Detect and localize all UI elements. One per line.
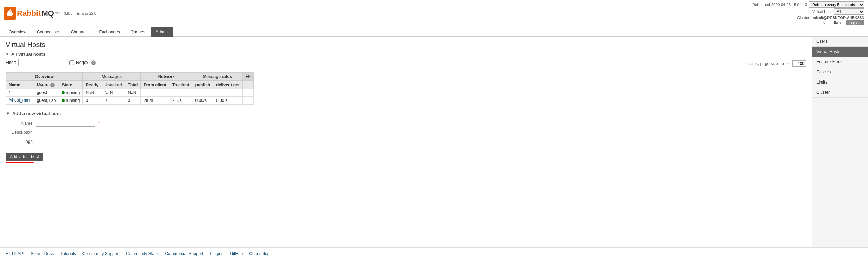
user-label: User (821, 21, 829, 25)
main-layout: Virtual Hosts ▼ All virtual hosts Filter… (0, 37, 868, 247)
col-group-plusminus[interactable]: +/- (242, 73, 253, 81)
table-row: /vhost_mmr guest, liao running 0 0 0 2iB… (6, 97, 254, 105)
vhost-to-client-cell (169, 89, 192, 97)
refresh-select[interactable]: Refresh every 5 seconds Refresh every 10… (809, 1, 864, 8)
vhost-users-cell: guest (34, 89, 59, 97)
th-users: Users ? (34, 81, 59, 89)
vhost-name-cell: /vhost_mmr (6, 97, 34, 105)
th-name: Name (6, 81, 34, 89)
vhost-unacked-cell: NaN (101, 89, 125, 97)
cluster-row: Cluster rabbit@DESKTOP-A4BK88N (797, 15, 864, 20)
th-to-client: To client (169, 81, 192, 89)
state-label: running (66, 90, 80, 95)
name-input[interactable] (36, 120, 95, 127)
vhost-ready-cell: 0 (83, 97, 101, 105)
nav-tabs: Overview Connections Channels Exchanges … (0, 27, 868, 37)
vhost-publish-cell (192, 89, 213, 97)
sidebar-item-users[interactable]: Users (812, 37, 868, 47)
vhost-link[interactable]: /vhost_mmr (9, 98, 31, 103)
vhost-state-cell: running (59, 97, 83, 105)
th-unacked: Unacked (101, 81, 125, 89)
topbar: RabbitMQTM 3.8.3 Erlang 22.0 Refreshed 2… (0, 0, 868, 27)
footer-link-community-slack[interactable]: Community Slack (126, 251, 159, 256)
regex-help-icon[interactable]: ? (91, 60, 96, 65)
description-input[interactable] (36, 129, 95, 136)
sidebar-item-feature-flags[interactable]: Feature Flags (812, 57, 868, 67)
footer-link-github[interactable]: GitHub (230, 251, 243, 256)
vhost-label: Virtual host (812, 9, 832, 14)
vhost-unacked-cell: 0 (101, 97, 125, 105)
tags-label: Tags: (6, 139, 34, 144)
logo-text: Rabbit (17, 9, 41, 18)
th-deliver-get: deliver / get (213, 81, 243, 89)
state-dot (62, 91, 65, 94)
vhost-deliver-get-cell (213, 89, 243, 97)
items-info: 2 items, page size up to (744, 60, 806, 67)
vhost-select[interactable]: All / /vhost_mmr (834, 8, 864, 15)
th-state: State (59, 81, 83, 89)
footer-link-serverdocs[interactable]: Server Docs (31, 251, 54, 256)
footer-link-changelog[interactable]: Changelog (249, 251, 269, 256)
tab-admin[interactable]: Admin (151, 27, 173, 37)
tab-queues[interactable]: Queues (125, 27, 151, 37)
vhost-from-client-cell (141, 89, 169, 97)
users-help-icon[interactable]: ? (50, 83, 55, 87)
all-vhosts-label: All virtual hosts (11, 52, 46, 57)
page-size-input[interactable] (792, 60, 806, 67)
sidebar-item-limits[interactable]: Limits (812, 77, 868, 87)
add-vhost-button[interactable]: Add virtual host (6, 153, 43, 161)
vhost-link[interactable]: / (9, 90, 10, 95)
col-group-messages: Messages (83, 73, 141, 81)
vhost-from-client-cell: 2iB/s (141, 97, 169, 105)
logo-tm: TM (55, 12, 60, 15)
name-label: Name: (6, 121, 34, 126)
col-group-network: Network (141, 73, 192, 81)
refresh-row: Refreshed 2020-04-23 15:04:43 Refresh ev… (752, 1, 864, 8)
all-vhosts-section-header[interactable]: ▼ All virtual hosts (6, 52, 806, 57)
vhost-action-cell (242, 97, 253, 105)
state-label: running (66, 98, 80, 103)
description-label: Description: (6, 130, 34, 135)
logo: RabbitMQTM (4, 7, 60, 20)
vhost-deliver-get-cell: 0.00/s (213, 97, 243, 105)
add-vhost-section-header[interactable]: ▼ Add a new virtual host (6, 111, 806, 116)
vhost-name-cell: / (6, 89, 34, 97)
footer-link-plugins[interactable]: Plugins (210, 251, 223, 256)
tags-input[interactable] (36, 138, 95, 145)
cluster-label: Cluster (797, 15, 809, 20)
tab-exchanges[interactable]: Exchanges (94, 27, 125, 37)
sidebar-item-policies[interactable]: Policies (812, 67, 868, 77)
sidebar-item-cluster[interactable]: Cluster (812, 87, 868, 98)
vhosts-table: Overview Messages Network Message rates … (6, 72, 254, 105)
logout-button[interactable]: Log out (846, 20, 864, 25)
vhost-state-cell: running (59, 89, 83, 97)
tab-channels[interactable]: Channels (66, 27, 94, 37)
vhost-action-cell (242, 89, 253, 97)
content-area: Virtual Hosts ▼ All virtual hosts Filter… (0, 37, 812, 247)
page-title: Virtual Hosts (6, 41, 806, 49)
logo-mq: MQ (41, 9, 54, 18)
th-ready: Ready (83, 81, 101, 89)
version: 3.8.3 (64, 11, 72, 15)
refreshed-text: Refreshed 2020-04-23 15:04:43 (752, 2, 807, 7)
regex-checkbox[interactable] (69, 60, 74, 65)
vhost-ready-cell: NaN (83, 89, 101, 97)
items-info-text: 2 items, page size up to (744, 61, 789, 66)
sidebar: Users Virtual Hosts Feature Flags Polici… (812, 37, 868, 247)
footer-link-httpapi[interactable]: HTTP API (6, 251, 24, 256)
regex-label: Regex (76, 60, 88, 65)
filter-input[interactable] (18, 59, 67, 66)
filter-row: Filter: Regex ? (6, 59, 96, 66)
user-row: User liao Log out (821, 20, 864, 25)
footer-link-community-support[interactable]: Community Support (82, 251, 120, 256)
filter-label: Filter: (6, 60, 16, 65)
state-dot (62, 99, 65, 102)
vhost-total-cell: NaN (125, 89, 141, 97)
vhost-row: Virtual host All / /vhost_mmr (812, 8, 864, 15)
footer-link-tutorials[interactable]: Tutorials (60, 251, 76, 256)
footer-link-commercial-support[interactable]: Commercial Support (165, 251, 203, 256)
th-total: Total (125, 81, 141, 89)
sidebar-item-virtual-hosts[interactable]: Virtual Hosts (812, 47, 868, 57)
tab-connections[interactable]: Connections (32, 27, 66, 37)
tab-overview[interactable]: Overview (4, 27, 32, 37)
